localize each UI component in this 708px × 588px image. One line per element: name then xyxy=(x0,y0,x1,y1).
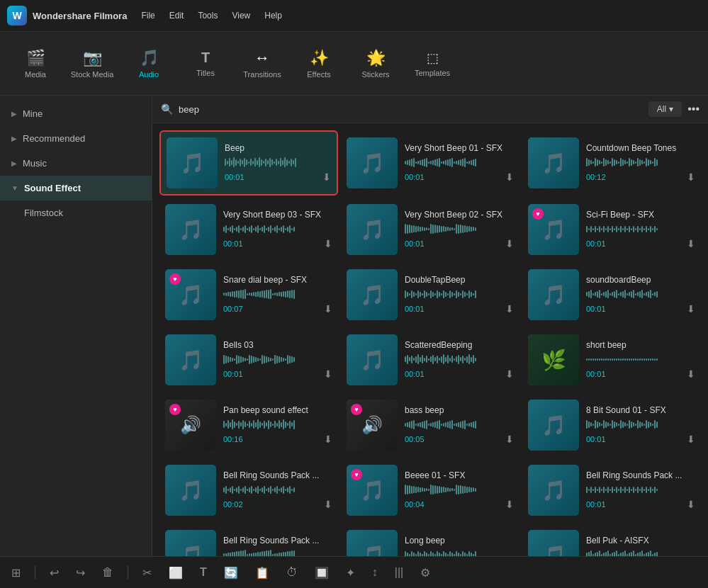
item-duration: 00:01 xyxy=(586,370,606,378)
toolbar-settings-btn[interactable]: ⚙ xyxy=(417,563,433,582)
titles-icon: T xyxy=(201,50,210,66)
toolbar-speed-btn[interactable]: ↕ xyxy=(369,563,381,582)
download-button[interactable]: ⬇ xyxy=(687,434,695,445)
grid-item-2[interactable]: 🎵 Very Short Beep 01 - SFX 00:01 ⬇ xyxy=(341,130,519,196)
nav-titles[interactable]: T Titles xyxy=(177,35,234,92)
toolbar-cut-btn[interactable]: ✂ xyxy=(140,563,154,582)
waveform xyxy=(405,418,514,431)
item-thumbnail: 🎵 xyxy=(165,334,216,385)
nav-stock-media[interactable]: 📷 Stock Media xyxy=(64,35,120,92)
download-button[interactable]: ⬇ xyxy=(505,171,514,183)
waveform xyxy=(405,548,514,556)
toolbar-grid-btn[interactable]: ⊞ xyxy=(9,563,23,582)
nav-media-label: Media xyxy=(25,70,46,79)
heart-badge: ♥ xyxy=(169,404,181,415)
toolbar-fx-btn[interactable]: ✦ xyxy=(343,563,358,582)
toolbar-copy-btn[interactable]: 📋 xyxy=(252,563,272,582)
audio-icon: 🎵 xyxy=(140,49,159,67)
grid-item-17[interactable]: 🎵 ♥ Beeee 01 - SFX 00:04 ⬇ xyxy=(341,459,519,521)
grid-item-19[interactable]: 🎵 Bell Ring Sounds Pack ... 00:01 ⬇ xyxy=(159,524,338,556)
download-button[interactable]: ⬇ xyxy=(505,499,514,510)
download-button[interactable]: ⬇ xyxy=(687,238,695,249)
waveform xyxy=(405,353,514,366)
grid-item-7[interactable]: 🎵 ♥ Snare dial beep - SFX 00:07 ⬇ xyxy=(159,264,338,326)
toolbar-undo-btn[interactable]: ↩ xyxy=(47,563,62,582)
grid-item-12[interactable]: 🌿 short beep 00:01 ⬇ xyxy=(522,329,701,391)
download-button[interactable]: ⬇ xyxy=(324,434,332,445)
download-button[interactable]: ⬇ xyxy=(505,368,514,380)
item-title: Long beep xyxy=(405,536,514,545)
grid-item-8[interactable]: 🎵 DoubleTapBeep 00:01 ⬇ xyxy=(341,264,519,326)
nav-effects[interactable]: ✨ Effects xyxy=(291,35,347,92)
grid-item-18[interactable]: 🎵 Bell Ring Sounds Pack ... 00:01 ⬇ xyxy=(522,459,701,521)
item-info: Very Short Beep 01 - SFX 00:01 ⬇ xyxy=(405,143,514,183)
stock-media-icon: 📷 xyxy=(83,49,102,67)
toolbar-timer-btn[interactable]: ⏱ xyxy=(283,563,300,582)
more-options-button[interactable]: ••• xyxy=(687,103,699,115)
grid-item-5[interactable]: 🎵 Very Short Beep 02 - SFX 00:01 ⬇ xyxy=(341,198,519,261)
menu-tools[interactable]: Tools xyxy=(198,11,218,21)
sidebar-item-recommended[interactable]: ▶ Recommended xyxy=(0,126,152,151)
download-button[interactable]: ⬇ xyxy=(324,368,332,380)
download-button[interactable]: ⬇ xyxy=(687,368,695,380)
sidebar-item-mine[interactable]: ▶ Mine xyxy=(0,101,152,126)
grid-item-20[interactable]: 🎵 Long beep 00:02 ⬇ xyxy=(341,524,519,556)
download-button[interactable]: ⬇ xyxy=(505,303,514,315)
nav-audio[interactable]: 🎵 Audio xyxy=(120,35,177,92)
download-button[interactable]: ⬇ xyxy=(687,499,695,510)
grid-item-3[interactable]: 🎵 Countdown Beep Tones 00:12 ⬇ xyxy=(522,130,701,196)
grid-item-15[interactable]: 🎵 8 Bit Sound 01 - SFX 00:01 ⬇ xyxy=(522,394,701,456)
item-info: Pan beep sound effect 00:16 ⬇ xyxy=(223,405,332,445)
bottom-toolbar: ⊞ ↩ ↪ 🗑 ✂ ⬜ T 🔄 📋 ⏱ 🔲 ✦ ↕ ||| ⚙ xyxy=(0,556,708,588)
toolbar-rotate-btn[interactable]: 🔄 xyxy=(221,563,241,582)
menu-edit[interactable]: Edit xyxy=(169,11,184,21)
download-button[interactable]: ⬇ xyxy=(505,434,514,445)
search-input[interactable] xyxy=(179,104,643,115)
toolbar-text-btn[interactable]: T xyxy=(197,563,210,582)
sidebar: ▶ Mine ▶ Recommended ▶ Music ▼ Sound Eff… xyxy=(0,96,152,556)
grid-item-1[interactable]: 🎵 Beep 00:01 ⬇ xyxy=(159,130,338,196)
menu-help[interactable]: Help xyxy=(264,11,282,21)
download-button[interactable]: ⬇ xyxy=(687,171,695,183)
grid-item-4[interactable]: 🎵 Very Short Beep 03 - SFX 00:01 ⬇ xyxy=(159,198,338,261)
nav-stickers[interactable]: 🌟 Stickers xyxy=(347,35,404,92)
sidebar-item-music[interactable]: ▶ Music xyxy=(0,151,152,176)
item-title: Very Short Beep 01 - SFX xyxy=(405,143,514,153)
download-button[interactable]: ⬇ xyxy=(324,238,332,249)
nav-transitions[interactable]: ↔ Transitions xyxy=(234,35,291,92)
item-title: Beep xyxy=(225,143,331,153)
sidebar-item-sound-effect[interactable]: ▼ Sound Effect xyxy=(0,176,152,200)
download-button[interactable]: ⬇ xyxy=(322,171,331,183)
item-footer: 00:01 ⬇ xyxy=(586,434,695,445)
waveform xyxy=(586,288,695,300)
grid-item-13[interactable]: 🔊 ♥ Pan beep sound effect 00:16 ⬇ xyxy=(159,394,338,456)
grid-item-14[interactable]: 🔊 ♥ bass beep 00:05 ⬇ xyxy=(341,394,519,456)
menu-file[interactable]: File xyxy=(141,11,154,21)
toolbar-delete-btn[interactable]: 🗑 xyxy=(99,563,116,582)
grid-item-6[interactable]: 🎵 ♥ Sci-Fi Beep - SFX 00:01 ⬇ xyxy=(522,198,701,261)
download-button[interactable]: ⬇ xyxy=(324,303,332,315)
main-layout: ▶ Mine ▶ Recommended ▶ Music ▼ Sound Eff… xyxy=(0,96,708,556)
toolbar-crop-btn[interactable]: ⬜ xyxy=(166,563,186,582)
grid-item-21[interactable]: 🎵 Bell Puk - AISFX 00:01 ⬇ xyxy=(522,524,701,556)
waveform xyxy=(225,156,331,169)
item-thumbnail: 🔊 ♥ xyxy=(165,400,216,451)
menu-view[interactable]: View xyxy=(232,11,250,21)
sidebar-item-filmstock[interactable]: Filmstock xyxy=(0,200,152,225)
item-title: Bells 03 xyxy=(223,340,332,350)
nav-templates[interactable]: ⬚ Templates xyxy=(404,35,461,92)
download-button[interactable]: ⬇ xyxy=(687,303,695,315)
toolbar-audio-btn[interactable]: ||| xyxy=(392,563,406,582)
grid-item-16[interactable]: 🎵 Bell Ring Sounds Pack ... 00:02 ⬇ xyxy=(159,459,338,521)
download-button[interactable]: ⬇ xyxy=(324,499,332,510)
download-button[interactable]: ⬇ xyxy=(505,238,514,249)
grid-item-10[interactable]: 🎵 Bells 03 00:01 ⬇ xyxy=(159,329,338,391)
toolbar-frame-btn[interactable]: 🔲 xyxy=(312,563,332,582)
filter-dropdown[interactable]: All ▾ xyxy=(648,101,682,117)
grid-item-11[interactable]: 🎵 ScatteredBeeping 00:01 ⬇ xyxy=(341,329,519,391)
toolbar-redo-btn[interactable]: ↪ xyxy=(73,563,88,582)
nav-media[interactable]: 🎬 Media xyxy=(7,35,64,92)
waveform xyxy=(223,548,332,556)
item-info: Very Short Beep 03 - SFX 00:01 ⬇ xyxy=(223,210,332,249)
grid-item-9[interactable]: 🎵 soundboardBeep 00:01 ⬇ xyxy=(522,264,701,326)
